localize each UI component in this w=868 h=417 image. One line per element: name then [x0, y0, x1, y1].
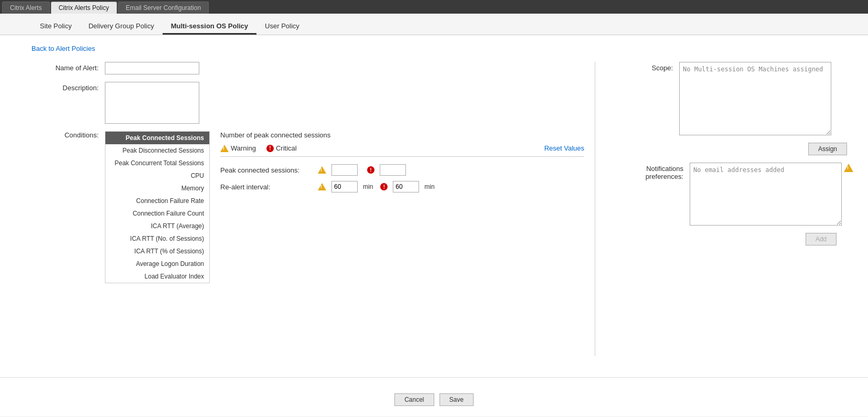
reset-values-link[interactable]: Reset Values — [544, 144, 584, 152]
tab-email-server-config[interactable]: Email Server Configuration — [118, 2, 209, 14]
name-input[interactable] — [105, 62, 199, 74]
description-row: Description: — [31, 82, 584, 124]
main-content: Back to Alert Policies Name of Alert: De… — [0, 35, 868, 416]
add-row: Add — [616, 233, 847, 245]
warning-min-label: min — [363, 183, 373, 190]
warning-alert-icon — [318, 183, 326, 190]
cancel-button[interactable]: Cancel — [394, 393, 434, 406]
scope-row: Scope: — [616, 62, 847, 135]
condition-peak-connected[interactable]: Peak Connected Sessions — [105, 132, 209, 144]
critical-peak-icon: ! — [367, 166, 374, 174]
tab-citrix-alerts-policy[interactable]: Citrix Alerts Policy — [51, 2, 117, 14]
tab-delivery-group-policy[interactable]: Delivery Group Policy — [80, 19, 163, 35]
conditions-list: Peak Connected Sessions Peak Disconnecte… — [105, 131, 210, 283]
name-label: Name of Alert: — [31, 62, 105, 72]
notifications-box — [690, 163, 842, 226]
assign-button[interactable]: Assign — [808, 143, 847, 155]
scope-box — [679, 62, 831, 135]
critical-peak-input[interactable] — [380, 164, 406, 176]
critical-icon: ! — [266, 145, 274, 152]
back-link[interactable]: Back to Alert Policies — [31, 45, 868, 52]
condition-peak-disconnected[interactable]: Peak Disconnected Sessions — [105, 144, 209, 157]
notifications-warning-icon — [844, 164, 853, 172]
condition-ica-rtt-pct-sessions[interactable]: ICA RTT (% of Sessions) — [105, 245, 209, 258]
critical-label: ! Critical — [266, 144, 297, 152]
name-row: Name of Alert: — [31, 62, 584, 74]
assign-row: Assign — [616, 143, 847, 155]
re-alert-row: Re-alert interval: min ! min — [220, 181, 584, 193]
condition-cpu[interactable]: CPU — [105, 169, 209, 182]
notifications-row: Notifications preferences: — [616, 163, 847, 226]
critical-alert-input[interactable] — [393, 181, 419, 193]
peak-sessions-row: Peak connected sessions: ! — [220, 164, 584, 176]
critical-min-label: min — [424, 183, 434, 190]
scope-label: Scope: — [616, 62, 679, 72]
save-button[interactable]: Save — [440, 393, 474, 406]
condition-peak-concurrent-total[interactable]: Peak Concurrent Total Sessions — [105, 157, 209, 169]
condition-connection-failure-rate[interactable]: Connection Failure Rate — [105, 195, 209, 207]
condition-detail: Number of peak connected sessions Warnin… — [210, 131, 584, 283]
description-label: Description: — [31, 82, 105, 92]
right-panel: Scope: Assign Notifications preferences:… — [595, 62, 847, 356]
tab-user-policy[interactable]: User Policy — [256, 19, 308, 35]
condition-title: Number of peak connected sessions — [220, 131, 584, 139]
condition-connection-failure-count[interactable]: Connection Failure Count — [105, 207, 209, 220]
warning-icon — [220, 145, 229, 152]
form-area: Name of Alert: Description: Conditions: … — [0, 62, 868, 356]
critical-text: Critical — [276, 144, 297, 152]
footer: Cancel Save — [0, 377, 868, 416]
tab-bar: Citrix Alerts Citrix Alerts Policy Email… — [0, 0, 868, 14]
conditions-content: Peak Connected Sessions Peak Disconnecte… — [105, 131, 584, 283]
warning-text: Warning — [231, 144, 256, 152]
tab-site-policy[interactable]: Site Policy — [31, 19, 80, 35]
add-button[interactable]: Add — [806, 233, 837, 245]
tab-multi-session-policy[interactable]: Multi-session OS Policy — [163, 19, 256, 35]
condition-memory[interactable]: Memory — [105, 182, 209, 195]
condition-load-evaluator[interactable]: Load Evaluator Index — [105, 270, 209, 283]
description-input[interactable] — [105, 82, 199, 124]
peak-sessions-label: Peak connected sessions: — [220, 166, 315, 174]
conditions-label: Conditions: — [31, 131, 105, 139]
policy-tabs: Site Policy Delivery Group Policy Multi-… — [0, 14, 868, 35]
critical-alert-icon: ! — [380, 183, 388, 190]
condition-ica-rtt-no-sessions[interactable]: ICA RTT (No. of Sessions) — [105, 232, 209, 245]
warning-peak-icon — [318, 166, 326, 174]
tab-citrix-alerts[interactable]: Citrix Alerts — [2, 2, 50, 14]
re-alert-label: Re-alert interval: — [220, 183, 315, 191]
notifications-label: Notifications preferences: — [616, 163, 690, 180]
warning-critical-bar: Warning ! Critical Reset Values — [220, 144, 584, 157]
left-panel: Name of Alert: Description: Conditions: … — [31, 62, 595, 356]
condition-ica-rtt-average[interactable]: ICA RTT (Average) — [105, 220, 209, 232]
warning-label: Warning — [220, 144, 256, 152]
warning-peak-input[interactable] — [331, 164, 358, 176]
warning-alert-input[interactable] — [331, 181, 358, 193]
condition-avg-logon-duration[interactable]: Average Logon Duration — [105, 258, 209, 270]
conditions-row: Conditions: Peak Connected Sessions Peak… — [31, 131, 584, 283]
notifications-box-container — [690, 163, 853, 226]
